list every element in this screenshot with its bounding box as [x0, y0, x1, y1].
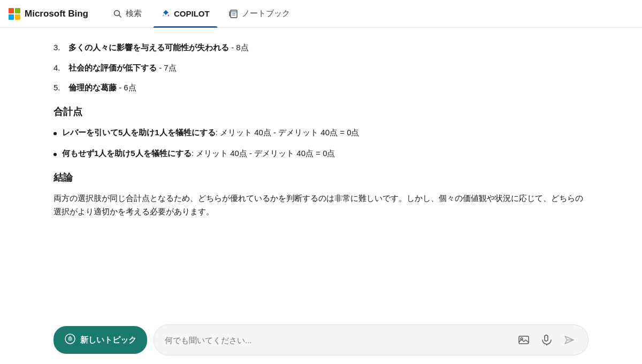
- nav-copilot-label: COPILOT: [174, 9, 210, 18]
- input-icons: [515, 331, 577, 348]
- bullet-dot-0: [54, 132, 57, 135]
- list-suffix-5: - 6点: [117, 83, 136, 92]
- new-topic-icon: [64, 333, 76, 347]
- list-text-5: 倫理的な葛藤 - 6点: [68, 81, 136, 95]
- bullet-bold-1: 何もせず1人を助け5人を犠牲にする: [62, 149, 192, 158]
- logo-green: [15, 8, 20, 13]
- list-item-4: 4. 社会的な評価が低下する - 7点: [54, 61, 588, 75]
- svg-rect-2: [231, 10, 237, 18]
- list-suffix-4: - 7点: [157, 63, 177, 72]
- search-icon: [113, 9, 123, 19]
- bullet-text-1: 何もせず1人を助け5人を犠牲にする: メリット 40点 - デメリット 40点 …: [62, 146, 335, 160]
- chat-area: 3. 多くの人々に影響を与える可能性が失われる - 8点 4. 社会的な評価が低…: [0, 28, 642, 318]
- logo-red: [9, 8, 14, 13]
- bullet-suffix-0: : メリット 40点 - デメリット 40点 = 0点: [216, 128, 360, 137]
- main-content: 3. 多くの人々に影響を与える可能性が失われる - 8点 4. 社会的な評価が低…: [0, 28, 642, 364]
- bullet-suffix-1: : メリット 40点 - デメリット 40点 = 0点: [192, 149, 335, 158]
- logo-blue: [9, 14, 14, 20]
- bullet-item-1: 何もせず1人を助け5人を犠牲にする: メリット 40点 - デメリット 40点 …: [54, 146, 588, 160]
- image-upload-button[interactable]: [515, 331, 532, 348]
- svg-rect-9: [519, 336, 529, 344]
- list-num-4: 4.: [54, 61, 64, 75]
- new-topic-button[interactable]: 新しいトピック: [54, 326, 147, 354]
- list-bold-5: 倫理的な葛藤: [68, 83, 117, 92]
- nav-item-notebook[interactable]: ノートブック: [221, 0, 297, 28]
- list-bold-3: 多くの人々に影響を与える可能性が失われる: [68, 43, 229, 52]
- svg-point-8: [68, 337, 72, 341]
- chat-input[interactable]: [165, 336, 511, 345]
- list-suffix-3: - 8点: [229, 43, 249, 52]
- list-text-4: 社会的な評価が低下する - 7点: [68, 61, 177, 75]
- list-item-3: 3. 多くの人々に影響を与える可能性が失われる - 8点: [54, 41, 588, 55]
- logo-yellow: [15, 14, 20, 20]
- bullet-item-0: レバーを引いて5人を助け1人を犠牲にする: メリット 40点 - デメリット 4…: [54, 126, 588, 140]
- list-item-5: 5. 倫理的な葛藤 - 6点: [54, 81, 588, 95]
- input-bar: 新しいトピック: [0, 318, 642, 364]
- bullet-bold-0: レバーを引いて5人を助け1人を犠牲にする: [62, 128, 216, 137]
- new-topic-label: 新しいトピック: [80, 335, 136, 345]
- send-button[interactable]: [560, 331, 577, 348]
- svg-rect-11: [545, 335, 548, 341]
- list-num-5: 5.: [54, 81, 64, 95]
- conclusion-title: 結論: [54, 171, 588, 184]
- conclusion-text: 両方の選択肢が同じ合計点となるため、どちらが優れているかを判断するのは非常に難し…: [54, 191, 588, 219]
- microsoft-bing-logo[interactable]: Microsoft Bing: [9, 8, 88, 20]
- bullet-dot-1: [54, 153, 57, 156]
- ms-logo-grid: [9, 8, 20, 20]
- header: Microsoft Bing 検索 COPILOT: [0, 0, 642, 28]
- bing-brand-text: Microsoft Bing: [25, 9, 88, 19]
- list-num-3: 3.: [54, 41, 64, 55]
- list-bold-4: 社会的な評価が低下する: [68, 63, 157, 72]
- nav-item-copilot[interactable]: COPILOT: [154, 0, 217, 28]
- notebook-icon: [229, 9, 239, 19]
- bullet-text-0: レバーを引いて5人を助け1人を犠牲にする: メリット 40点 - デメリット 4…: [62, 126, 360, 140]
- nav-notebook-label: ノートブック: [242, 9, 290, 19]
- total-section-title: 合計点: [54, 105, 588, 118]
- nav-item-search[interactable]: 検索: [105, 0, 149, 28]
- copilot-icon: [161, 9, 171, 19]
- input-container[interactable]: [154, 324, 588, 355]
- nav-bar: 検索 COPILOT: [105, 0, 297, 28]
- nav-search-label: 検索: [126, 9, 142, 19]
- list-text-3: 多くの人々に影響を与える可能性が失われる - 8点: [68, 41, 249, 55]
- svg-line-1: [119, 15, 121, 17]
- microphone-button[interactable]: [538, 331, 555, 348]
